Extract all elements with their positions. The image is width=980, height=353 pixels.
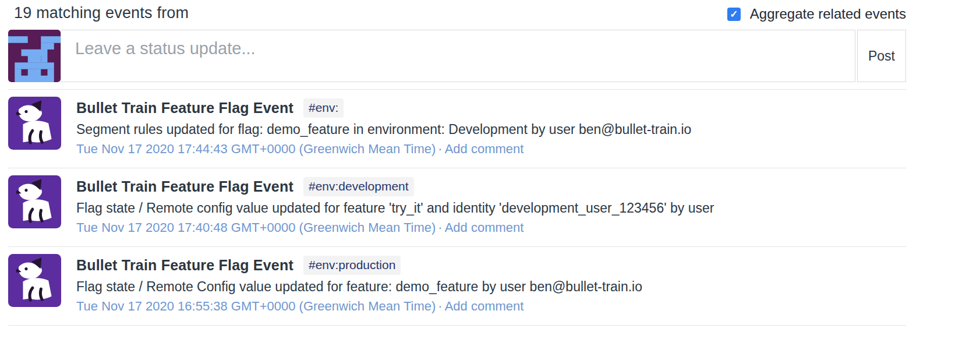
event-timestamp[interactable]: Tue Nov 17 2020 17:44:43 GMT+0000 (Green… (76, 142, 436, 156)
event-content: Bullet Train Feature Flag Event #env: Se… (76, 97, 691, 157)
stream-end-divider (8, 325, 906, 326)
datadog-bits-dog-icon (8, 175, 61, 228)
meta-separator: · (436, 220, 444, 235)
event-title: Bullet Train Feature Flag Event (76, 178, 293, 195)
aggregate-checkbox[interactable]: ✓ (727, 8, 741, 21)
event-tag-badge[interactable]: #env:development (303, 177, 414, 196)
add-comment-link[interactable]: Add comment (445, 142, 524, 156)
event-row: Bullet Train Feature Flag Event #env:pro… (8, 246, 906, 325)
event-row: Bullet Train Feature Flag Event #env: Se… (8, 89, 906, 168)
event-description: Flag state / Remote Config value updated… (76, 278, 642, 295)
event-description: Flag state / Remote config value updated… (76, 199, 714, 217)
aggregate-toggle: ✓ Aggregate related events (727, 6, 906, 22)
status-input[interactable] (61, 30, 855, 82)
add-comment-link[interactable]: Add comment (445, 220, 524, 235)
event-tag-badge[interactable]: #env: (303, 98, 344, 118)
meta-separator: · (436, 142, 444, 156)
event-stream: Bullet Train Feature Flag Event #env: Se… (8, 89, 906, 326)
page-title: 19 matching events from (14, 4, 189, 22)
datadog-dog-avatar (8, 175, 61, 228)
datadog-dog-avatar (8, 254, 61, 307)
datadog-dog-avatar (8, 97, 61, 150)
aggregate-label[interactable]: Aggregate related events (750, 6, 906, 22)
datadog-bits-dog-icon (8, 254, 61, 307)
event-timestamp[interactable]: Tue Nov 17 2020 16:55:38 GMT+0000 (Green… (76, 299, 436, 313)
datadog-bits-dog-icon (8, 97, 61, 150)
event-title: Bullet Train Feature Flag Event (76, 100, 293, 117)
event-title: Bullet Train Feature Flag Event (76, 257, 293, 274)
page: 19 matching events from ✓ Aggregate rela… (8, 0, 906, 326)
pixel-identicon-icon (8, 30, 61, 82)
status-input-wrap (61, 30, 855, 82)
status-composer: Post (8, 30, 906, 82)
event-description: Segment rules updated for flag: demo_fea… (76, 121, 691, 138)
event-row: Bullet Train Feature Flag Event #env:dev… (8, 168, 906, 246)
event-tag-badge[interactable]: #env:production (303, 256, 401, 275)
event-timestamp[interactable]: Tue Nov 17 2020 17:40:48 GMT+0000 (Green… (76, 220, 436, 235)
event-content: Bullet Train Feature Flag Event #env:pro… (76, 254, 642, 315)
event-content: Bullet Train Feature Flag Event #env:dev… (76, 175, 714, 236)
meta-separator: · (436, 299, 444, 313)
user-identicon-avatar (8, 30, 61, 82)
header: 19 matching events from ✓ Aggregate rela… (8, 0, 906, 30)
post-button[interactable]: Post (857, 30, 906, 82)
checkmark-icon: ✓ (730, 8, 738, 20)
add-comment-link[interactable]: Add comment (445, 299, 524, 313)
